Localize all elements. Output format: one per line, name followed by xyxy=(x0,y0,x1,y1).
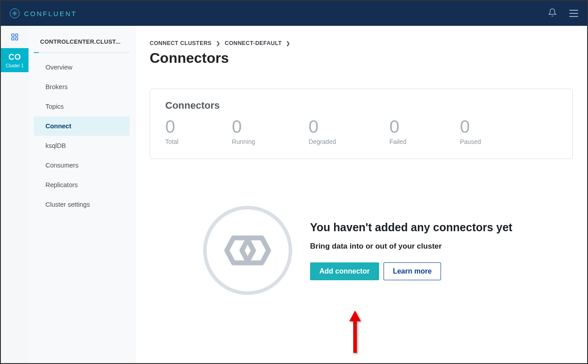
sidebar-item-brokers[interactable]: Brokers xyxy=(34,77,130,97)
empty-state-heading: You haven't added any connectors yet xyxy=(310,221,512,234)
stat-failed: 0 Failed xyxy=(389,118,406,145)
main-content: CONNECT CLUSTERS ❯ CONNECT-DEFAULT ❯ Con… xyxy=(135,26,587,363)
empty-state: You haven't added any connectors yet Bri… xyxy=(203,206,573,295)
header-actions xyxy=(548,8,578,19)
sidebar-item-overview[interactable]: Overview xyxy=(34,57,130,77)
brand-text: CONFLUENT xyxy=(24,10,77,17)
breadcrumb-current[interactable]: CONNECT-DEFAULT xyxy=(225,40,282,46)
learn-more-button[interactable]: Learn more xyxy=(384,262,441,280)
stat-paused: 0 Paused xyxy=(460,118,481,145)
stat-label: Paused xyxy=(460,138,481,145)
sidebar-item-ksqldb[interactable]: ksqlDB xyxy=(34,136,130,155)
stat-label: Total xyxy=(165,138,179,145)
stat-value: 0 xyxy=(460,118,481,135)
left-rail: CO Cluster 1 xyxy=(1,26,29,363)
empty-state-illustration xyxy=(203,206,292,295)
sidebar-item-consumers[interactable]: Consumers xyxy=(34,155,130,175)
chevron-right-icon: ❯ xyxy=(286,41,290,46)
card-title: Connectors xyxy=(165,100,557,111)
stat-value: 0 xyxy=(232,118,255,135)
notifications-icon[interactable] xyxy=(548,8,557,19)
add-connector-button[interactable]: Add connector xyxy=(310,262,379,280)
brand-logo[interactable]: CONFLUENT xyxy=(10,8,77,18)
stat-value: 0 xyxy=(389,118,406,135)
breadcrumb: CONNECT CLUSTERS ❯ CONNECT-DEFAULT ❯ xyxy=(150,40,573,46)
cluster-abbrev: CO xyxy=(1,53,29,62)
chevron-right-icon: ❯ xyxy=(216,41,220,46)
stat-label: Running xyxy=(232,138,255,145)
sidebar-item-cluster-settings[interactable]: Cluster settings xyxy=(34,195,130,214)
sidebar: CONTROLCENTER.CLUST... Overview Brokers … xyxy=(29,26,135,363)
stat-running: 0 Running xyxy=(232,118,255,145)
sidebar-item-replicators[interactable]: Replicators xyxy=(34,175,130,195)
svg-rect-4 xyxy=(12,34,14,36)
stat-degraded: 0 Degraded xyxy=(309,118,336,145)
stat-value: 0 xyxy=(165,118,179,135)
svg-rect-7 xyxy=(16,38,18,40)
confluent-logo-icon xyxy=(10,8,20,18)
app-header: CONFLUENT xyxy=(1,1,587,26)
sidebar-item-topics[interactable]: Topics xyxy=(34,97,130,116)
sidebar-item-connect[interactable]: Connect xyxy=(34,116,130,136)
page-title: Connectors xyxy=(150,50,573,66)
stat-label: Degraded xyxy=(309,138,336,145)
sidebar-divider xyxy=(34,52,130,53)
dashboard-grid-icon[interactable] xyxy=(1,26,29,48)
svg-rect-5 xyxy=(16,34,18,36)
sidebar-title: CONTROLCENTER.CLUST... xyxy=(40,38,123,45)
stat-value: 0 xyxy=(309,118,336,135)
stat-label: Failed xyxy=(389,138,406,145)
hamburger-menu-icon[interactable] xyxy=(569,10,578,17)
cluster-name: Cluster 1 xyxy=(1,63,29,69)
rail-cluster-tile[interactable]: CO Cluster 1 xyxy=(1,48,29,72)
stat-total: 0 Total xyxy=(165,118,179,145)
connector-link-icon xyxy=(219,228,277,273)
stats-card: Connectors 0 Total 0 Running 0 Degraded … xyxy=(150,89,573,159)
breadcrumb-root[interactable]: CONNECT CLUSTERS xyxy=(150,40,212,46)
empty-state-subheading: Bring data into or out of your cluster xyxy=(310,242,512,251)
svg-rect-6 xyxy=(12,38,14,40)
